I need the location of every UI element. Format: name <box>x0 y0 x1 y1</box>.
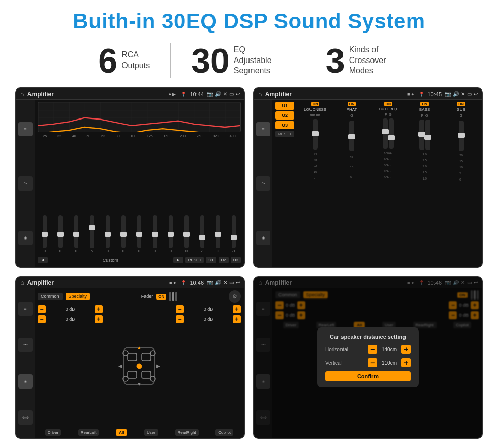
eq-thumb-5[interactable] <box>105 232 111 237</box>
eq-track-13[interactable] <box>232 215 236 248</box>
bass-slider-g[interactable] <box>425 120 430 150</box>
prev-btn[interactable]: ◄ <box>38 257 48 263</box>
eq-thumb-4[interactable] <box>89 225 95 230</box>
on-badge-loudness[interactable]: ON <box>311 102 320 106</box>
fader-plus-1[interactable]: + <box>95 305 103 313</box>
horizontal-minus-btn[interactable]: − <box>368 345 377 354</box>
eq-track-4[interactable] <box>90 215 94 248</box>
eq-track-5[interactable] <box>106 215 110 248</box>
rearright-btn[interactable]: RearRight <box>175 429 199 436</box>
tab-specialty[interactable]: Specialty <box>66 293 90 300</box>
eq-thumb-11[interactable] <box>199 235 205 240</box>
eq-left-btn-2[interactable]: 〜 <box>18 176 33 191</box>
user-btn[interactable]: User <box>144 429 158 436</box>
fader-minus-1[interactable]: − <box>38 305 46 313</box>
eq-thumb-8[interactable] <box>152 232 158 237</box>
loudness-slider[interactable] <box>313 119 318 150</box>
phat-thumb[interactable] <box>348 134 355 139</box>
driver-btn[interactable]: Driver <box>45 429 61 436</box>
sub-slider[interactable] <box>459 121 464 151</box>
phat-32: 32 <box>350 156 354 159</box>
on-badge-sub[interactable]: ON <box>457 102 465 106</box>
loudness-thumb[interactable] <box>312 131 319 136</box>
eq-label-100: 100 <box>130 134 136 138</box>
fader-minus-2[interactable]: − <box>38 315 46 323</box>
cfreq-60: 60Hz <box>384 176 392 179</box>
bass-25: 2.5 <box>423 159 427 162</box>
cutfreq-slider-f[interactable] <box>383 118 388 149</box>
eq-thumb-12[interactable] <box>215 232 221 237</box>
freq-16: 16 <box>314 170 317 173</box>
amp-left-btn-1[interactable]: ≡ <box>256 122 270 136</box>
u1-btn-eq[interactable]: U1 <box>206 257 216 263</box>
eq-track-8[interactable] <box>153 215 157 248</box>
fader-plus-3[interactable]: + <box>233 305 241 313</box>
reset-btn-amp[interactable]: RESET <box>275 131 294 137</box>
eq-thumb-10[interactable] <box>183 232 190 237</box>
confirm-button[interactable]: Confirm <box>325 371 411 381</box>
eq-thumb-7[interactable] <box>136 232 142 237</box>
cutfreq-thumb-g[interactable] <box>388 135 395 140</box>
eq-thumb-6[interactable] <box>120 232 127 237</box>
eq-track-2[interactable] <box>58 215 63 248</box>
on-badge-cutfreq[interactable]: ON <box>384 102 393 106</box>
fader-volume-icon: 🔊 <box>215 280 221 285</box>
copilot-btn[interactable]: Copilot <box>215 429 233 436</box>
on-badge-bass[interactable]: ON <box>420 102 429 106</box>
fader-minus-3[interactable]: − <box>176 305 184 313</box>
on-badge-phat[interactable]: ON <box>348 102 356 106</box>
eq-track-1[interactable] <box>43 215 47 248</box>
fader-h-bar-1 <box>169 292 171 301</box>
u3-btn-eq[interactable]: U3 <box>231 257 241 263</box>
eq-thumb-1[interactable] <box>42 232 48 237</box>
fader-left-btn-3[interactable]: ◈ <box>18 374 33 389</box>
fader-left-btn-2[interactable]: 〜 <box>18 338 33 352</box>
eq-track-12[interactable] <box>216 215 220 248</box>
phat-slider[interactable] <box>349 121 354 151</box>
eq-track-6[interactable] <box>121 215 126 248</box>
all-btn[interactable]: All <box>116 429 127 436</box>
sub-freq: 20 15 10 5 0 <box>459 152 463 183</box>
svg-text:◀: ◀ <box>118 363 122 369</box>
eq-left-btn-1[interactable]: ≡ <box>18 122 33 136</box>
vertical-plus-btn[interactable]: + <box>401 358 411 367</box>
eq-track-3[interactable] <box>74 215 78 248</box>
play-btn[interactable]: ► <box>173 257 183 263</box>
eq-left-btn-3[interactable]: ◈ <box>18 231 33 245</box>
rearleft-btn[interactable]: RearLeft <box>78 429 99 436</box>
fader-left-btn-4[interactable]: ⟺ <box>18 410 33 425</box>
preset-u3[interactable]: U3 <box>275 121 294 129</box>
reset-btn-eq[interactable]: RESET <box>185 257 204 263</box>
bass-thumb-g[interactable] <box>424 135 431 140</box>
tab-common[interactable]: Common <box>38 293 63 300</box>
bass-slider-f[interactable] <box>419 120 424 150</box>
eq-track-11[interactable] <box>200 215 204 248</box>
vertical-minus-btn[interactable]: − <box>368 358 377 367</box>
cfreq-100: 100Hz <box>384 152 392 155</box>
horizontal-plus-btn[interactable]: + <box>401 345 411 354</box>
cutfreq-slider-g[interactable] <box>389 118 394 149</box>
fader-left-btn-1[interactable]: ≡ <box>18 302 33 316</box>
u2-btn-eq[interactable]: U2 <box>219 257 229 263</box>
stat-rca: 6 RCAOutputs <box>78 43 170 78</box>
eq-track-10[interactable] <box>184 215 189 248</box>
amp-left-btn-3[interactable]: ◈ <box>256 231 270 245</box>
fader-on-toggle[interactable]: ON <box>156 294 166 300</box>
eq-track-9[interactable] <box>169 215 173 248</box>
cutfreq-thumb-f[interactable] <box>382 129 389 134</box>
fader-gear-btn[interactable]: ⚙ <box>229 290 241 303</box>
fader-plus-4[interactable]: + <box>233 315 241 323</box>
eq-track-7[interactable] <box>137 215 141 248</box>
preset-u2[interactable]: U2 <box>275 111 294 120</box>
eq-thumb-13[interactable] <box>231 235 237 240</box>
sub-thumb[interactable] <box>458 133 465 138</box>
eq-thumb-9[interactable] <box>168 232 174 237</box>
fader-plus-2[interactable]: + <box>95 315 103 323</box>
eq-slider-13: -1 <box>227 215 241 253</box>
svg-text:▼: ▼ <box>137 381 142 387</box>
fader-minus-4[interactable]: − <box>176 315 184 323</box>
eq-thumb-2[interactable] <box>57 232 64 237</box>
eq-thumb-3[interactable] <box>73 232 79 237</box>
amp-left-btn-2[interactable]: 〜 <box>256 176 270 191</box>
preset-u1[interactable]: U1 <box>275 102 294 110</box>
